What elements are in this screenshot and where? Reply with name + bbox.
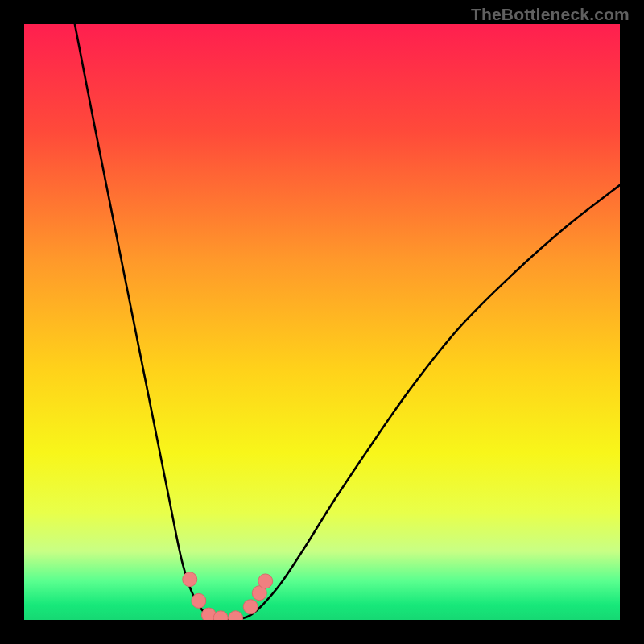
gradient-background — [24, 24, 620, 620]
marker-point — [258, 574, 273, 588]
marker-point — [243, 600, 258, 614]
plot-area — [24, 24, 620, 620]
watermark-text: TheBottleneck.com — [471, 5, 630, 24]
marker-point — [183, 572, 197, 587]
marker-point — [192, 593, 206, 608]
chart-frame: TheBottleneck.com — [0, 0, 644, 644]
chart-svg — [24, 24, 620, 620]
